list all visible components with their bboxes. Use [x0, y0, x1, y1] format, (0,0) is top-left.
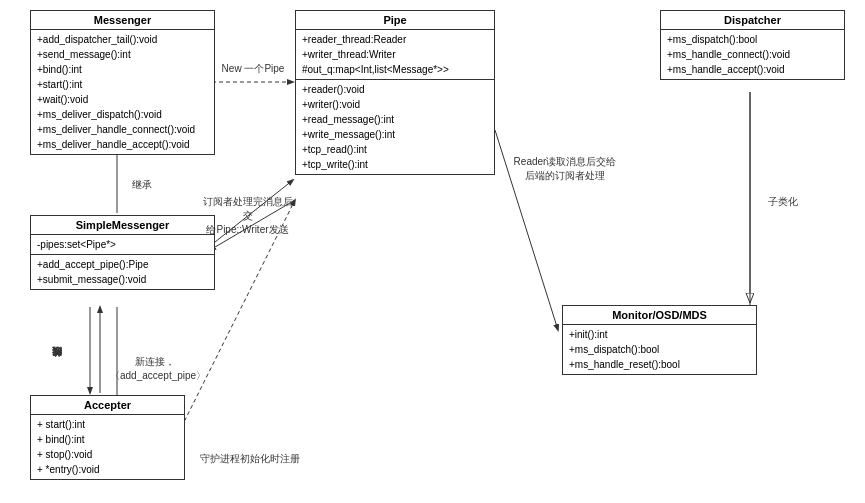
monitor-osd-mds-methods: +init():int +ms_dispatch():bool +ms_hand…	[563, 325, 756, 374]
diagram-container: Messenger +add_dispatcher_tail():void +s…	[0, 0, 865, 503]
simple-messenger-attributes: -pipes:set<Pipe*>	[31, 235, 214, 255]
simple-messenger-methods: +add_accept_pipe():Pipe +submit_message(…	[31, 255, 214, 289]
pipe-attributes: +reader_thread:Reader +writer_thread:Wri…	[296, 30, 494, 80]
new-pipe-label: New 一个Pipe	[218, 62, 288, 76]
accepter-box: Accepter + start():int + bind():int + st…	[30, 395, 185, 480]
connection-label: 断断续续的连接	[50, 325, 80, 405]
messenger-methods: +add_dispatcher_tail():void +send_messag…	[31, 30, 214, 154]
simple-messenger-title: SimpleMessenger	[31, 216, 214, 235]
pipe-title: Pipe	[296, 11, 494, 30]
accepter-methods: + start():int + bind():int + stop():void…	[31, 415, 184, 479]
monitor-osd-mds-box: Monitor/OSD/MDS +init():int +ms_dispatch…	[562, 305, 757, 375]
reader-delivers-label: Reader读取消息后交给后端的订阅者处理	[500, 155, 630, 183]
messenger-title: Messenger	[31, 11, 214, 30]
dispatcher-box: Dispatcher +ms_dispatch():bool +ms_handl…	[660, 10, 845, 80]
new-connection-label: 新连接，〈add_accept_pipe〉	[110, 355, 200, 383]
monitor-osd-mds-title: Monitor/OSD/MDS	[563, 306, 756, 325]
pipe-box: Pipe +reader_thread:Reader +writer_threa…	[295, 10, 495, 175]
dispatcher-title: Dispatcher	[661, 11, 844, 30]
simple-messenger-box: SimpleMessenger -pipes:set<Pipe*> +add_a…	[30, 215, 215, 290]
subscriber-sends-label: 订阅者处理完消息后交给Pipe::Writer发送	[200, 195, 295, 237]
inherits-label: 继承	[122, 178, 162, 192]
dispatcher-methods: +ms_dispatch():bool +ms_handle_connect()…	[661, 30, 844, 79]
messenger-box: Messenger +add_dispatcher_tail():void +s…	[30, 10, 215, 155]
pipe-methods: +reader():void +writer():void +read_mess…	[296, 80, 494, 174]
subclass-label: 子类化	[758, 195, 808, 209]
guard-register-label: 守护进程初始化时注册	[190, 452, 310, 466]
